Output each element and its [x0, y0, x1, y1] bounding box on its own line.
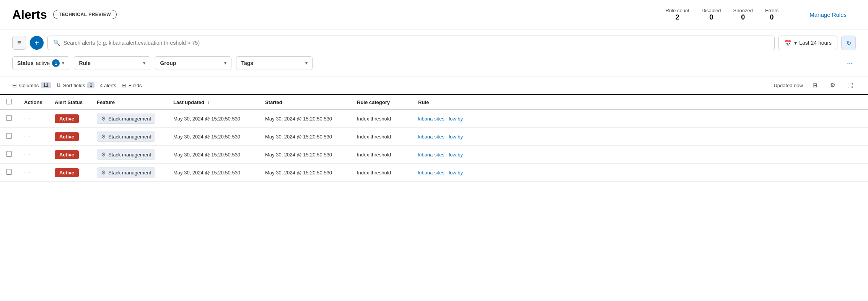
th-select-all[interactable]: [0, 94, 18, 110]
filter-button[interactable]: ≡: [12, 36, 26, 50]
rule-filter[interactable]: Rule ▾: [74, 56, 150, 70]
row-checkbox-cell[interactable]: [0, 128, 18, 146]
feature-chip: ⚙ Stack management: [97, 132, 155, 142]
row-checkbox-3[interactable]: [6, 169, 12, 175]
row-rule-category-cell: Index threshold: [351, 110, 412, 128]
row-actions-cell[interactable]: ···: [18, 110, 49, 128]
started-value: May 30, 2024 @ 15:20:50.530: [265, 152, 332, 158]
stat-snoozed-label: Snoozed: [733, 8, 753, 13]
row-actions-cell[interactable]: ···: [18, 146, 49, 164]
stat-rule-count-value: 2: [676, 13, 679, 21]
table-toolbar-left: ⊟ Columns 11 ⇅ Sort fields 1 4 alerts ⊞ …: [12, 82, 767, 88]
table-toolbar: ⊟ Columns 11 ⇅ Sort fields 1 4 alerts ⊞ …: [0, 76, 868, 94]
last-updated-value: May 30, 2024 @ 15:20:50.530: [173, 170, 240, 176]
row-last-updated-cell: May 30, 2024 @ 15:20:50.530: [167, 128, 259, 146]
group-filter[interactable]: Group ▾: [155, 56, 231, 70]
date-picker-button[interactable]: 📅 ▾ Last 24 hours: [778, 36, 837, 50]
rule-chevron-icon: ▾: [143, 60, 145, 66]
stat-rule-count-label: Rule count: [666, 8, 689, 13]
started-value: May 30, 2024 @ 15:20:50.530: [265, 116, 332, 122]
more-filters-button[interactable]: ···: [844, 58, 856, 69]
stat-errors: Errors 0: [765, 8, 778, 21]
add-button[interactable]: +: [30, 36, 44, 50]
stat-errors-value: 0: [770, 13, 774, 21]
rule-link[interactable]: kibana sites - low by: [418, 152, 463, 158]
row-checkbox-cell[interactable]: [0, 146, 18, 164]
stat-disabled-label: Disabled: [702, 8, 721, 13]
status-filter[interactable]: Status active 1 ▾: [12, 56, 69, 70]
row-actions-cell[interactable]: ···: [18, 128, 49, 146]
th-started: Started: [259, 94, 351, 110]
row-actions-icon[interactable]: ···: [24, 151, 31, 158]
rule-filter-label: Rule: [79, 60, 90, 66]
group-filter-label: Group: [160, 60, 176, 66]
th-rule-category: Rule category: [351, 94, 412, 110]
search-bar: 🔍: [47, 36, 775, 50]
feature-name: Stack management: [108, 116, 151, 122]
row-checkbox-cell[interactable]: [0, 110, 18, 128]
header-left: Alerts TECHNICAL PREVIEW: [12, 8, 666, 22]
row-checkbox-cell[interactable]: [0, 164, 18, 182]
row-status-cell: Active: [49, 128, 91, 146]
started-value: May 30, 2024 @ 15:20:50.530: [265, 170, 332, 176]
fields-control[interactable]: ⊞ Fields: [122, 82, 142, 88]
rule-category-value: Index threshold: [357, 152, 391, 158]
status-filter-value: active: [36, 60, 50, 66]
feature-chip: ⚙ Stack management: [97, 114, 155, 124]
rule-link[interactable]: kibana sites - low by: [418, 134, 463, 140]
row-started-cell: May 30, 2024 @ 15:20:50.530: [259, 128, 351, 146]
th-rule: Rule: [412, 94, 868, 110]
active-status-badge: Active: [55, 114, 79, 123]
active-status-badge: Active: [55, 132, 79, 141]
sort-fields-control[interactable]: ⇅ Sort fields 1: [56, 82, 95, 88]
row-rule-cell[interactable]: kibana sites - low by: [412, 110, 868, 128]
stat-errors-label: Errors: [765, 8, 778, 13]
rule-link[interactable]: kibana sites - low by: [418, 170, 463, 176]
row-actions-icon[interactable]: ···: [24, 116, 31, 122]
rule-category-value: Index threshold: [357, 134, 391, 140]
row-rule-cell[interactable]: kibana sites - low by: [412, 146, 868, 164]
stat-snoozed: Snoozed 0: [733, 8, 753, 21]
fields-icon: ⊞: [122, 82, 126, 88]
rule-link[interactable]: kibana sites - low by: [418, 116, 463, 122]
row-rule-cell[interactable]: kibana sites - low by: [412, 164, 868, 182]
th-feature: Feature: [91, 94, 167, 110]
sort-count-badge: 1: [87, 82, 94, 88]
gear-icon: ⚙: [101, 116, 106, 122]
settings-button[interactable]: ⚙: [827, 80, 838, 91]
updated-label: Updated now: [774, 83, 803, 88]
more-filters-icon: ···: [847, 59, 853, 67]
row-rule-category-cell: Index threshold: [351, 164, 412, 182]
table-row: ··· Active ⚙ Stack management May 30, 20…: [0, 146, 868, 164]
fields-label: Fields: [129, 83, 142, 88]
search-toolbar: ≡ + 🔍 📅 ▾ Last 24 hours ↻: [0, 29, 868, 56]
columns-label: Columns: [19, 83, 39, 88]
row-actions-cell[interactable]: ···: [18, 164, 49, 182]
fullscreen-icon: ⛶: [847, 82, 853, 89]
feature-chip: ⚙ Stack management: [97, 150, 155, 159]
refresh-button[interactable]: ↻: [841, 36, 856, 50]
density-button[interactable]: ⊟: [809, 80, 821, 91]
row-checkbox-1[interactable]: [6, 133, 12, 139]
active-status-badge: Active: [55, 168, 79, 177]
row-checkbox-2[interactable]: [6, 151, 12, 157]
stat-disabled-value: 0: [709, 13, 713, 21]
feature-name: Stack management: [108, 134, 151, 140]
search-input[interactable]: [64, 40, 769, 46]
fullscreen-button[interactable]: ⛶: [844, 80, 856, 91]
row-actions-icon[interactable]: ···: [24, 133, 31, 140]
stat-divider: [794, 7, 794, 22]
tags-filter[interactable]: Tags ▾: [236, 56, 313, 70]
manage-rules-button[interactable]: Manage Rules: [809, 11, 847, 18]
row-checkbox-0[interactable]: [6, 115, 12, 121]
feature-chip: ⚙ Stack management: [97, 168, 155, 177]
row-rule-cell[interactable]: kibana sites - low by: [412, 128, 868, 146]
table-row: ··· Active ⚙ Stack management May 30, 20…: [0, 110, 868, 128]
rule-category-value: Index threshold: [357, 170, 391, 176]
alerts-count: 4 alerts: [100, 83, 116, 88]
select-all-checkbox[interactable]: [6, 99, 12, 104]
th-last-updated[interactable]: Last updated ↓: [167, 94, 259, 110]
row-actions-icon[interactable]: ···: [24, 169, 31, 176]
columns-control[interactable]: ⊟ Columns 11: [12, 82, 51, 88]
stat-snoozed-value: 0: [741, 13, 745, 21]
